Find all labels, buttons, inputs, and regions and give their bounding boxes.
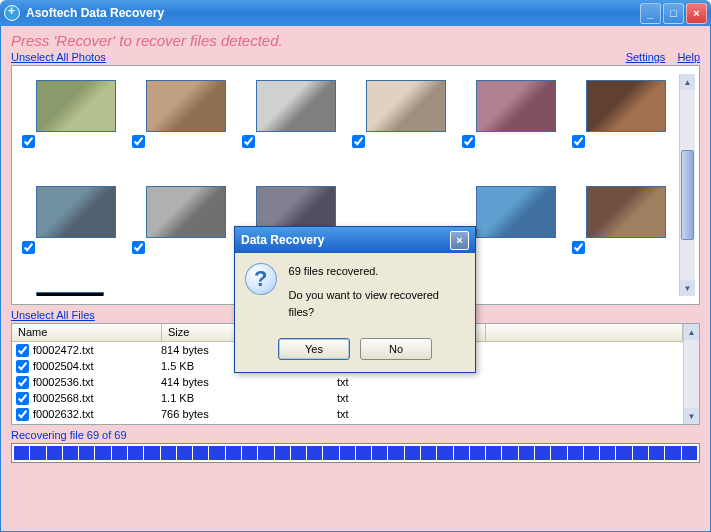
progress-segment (340, 446, 355, 460)
dialog-close-button[interactable]: × (450, 231, 469, 250)
scroll-down-icon[interactable]: ▼ (680, 280, 695, 296)
photo-item[interactable] (130, 180, 234, 280)
settings-link[interactable]: Settings (626, 51, 666, 63)
file-checkbox[interactable] (16, 408, 29, 421)
file-checkbox[interactable] (16, 392, 29, 405)
progress-segment (616, 446, 631, 460)
file-row[interactable]: f0002632.txt766 bytestxt (12, 406, 683, 422)
unselect-photos-link[interactable]: Unselect All Photos (11, 51, 106, 63)
file-checkbox[interactable] (16, 376, 29, 389)
yes-button[interactable]: Yes (278, 338, 350, 360)
scroll-up-icon[interactable]: ▲ (680, 74, 695, 90)
photo-item[interactable] (350, 74, 454, 174)
file-row[interactable]: f0002568.txt1.1 KBtxt (12, 390, 683, 406)
no-button[interactable]: No (360, 338, 432, 360)
progress-segment (242, 446, 257, 460)
photo-item[interactable] (570, 74, 674, 174)
scroll-down-icon[interactable]: ▼ (684, 408, 699, 424)
progress-segment (437, 446, 452, 460)
progress-segment (95, 446, 110, 460)
close-button[interactable]: × (686, 3, 707, 24)
photo-checkbox[interactable] (22, 241, 35, 254)
progress-segment (356, 446, 371, 460)
photo-checkbox[interactable] (22, 135, 35, 148)
photo-item[interactable] (130, 74, 234, 174)
minimize-button[interactable]: _ (640, 3, 661, 24)
progress-segment (291, 446, 306, 460)
dialog-title: Data Recovery (241, 233, 450, 247)
photo-thumbnail (476, 186, 556, 238)
progress-segment (568, 446, 583, 460)
photo-checkbox[interactable] (132, 135, 145, 148)
photo-item[interactable] (20, 74, 124, 174)
progress-segment (421, 446, 436, 460)
file-name: f0002536.txt (33, 376, 161, 388)
photo-thumbnail (146, 186, 226, 238)
photo-checkbox[interactable] (352, 135, 365, 148)
progress-segment (226, 446, 241, 460)
progress-segment (600, 446, 615, 460)
unselect-files-link[interactable]: Unselect All Files (11, 309, 95, 321)
photo-checkbox[interactable] (242, 135, 255, 148)
progress-segment (584, 446, 599, 460)
photo-thumbnail (586, 80, 666, 132)
photo-thumbnail (146, 80, 226, 132)
progress-segment (665, 446, 680, 460)
progress-segment (388, 446, 403, 460)
photo-thumbnail (586, 186, 666, 238)
photo-scrollbar[interactable]: ▲ ▼ (679, 74, 695, 296)
col-name[interactable]: Name (12, 324, 162, 341)
file-name: f0002568.txt (33, 392, 161, 404)
photo-thumbnail (36, 186, 116, 238)
col-blank (486, 324, 683, 341)
scroll-thumb[interactable] (681, 150, 694, 240)
progress-segment (551, 446, 566, 460)
status-text: Recovering file 69 of 69 (11, 429, 700, 441)
file-ext: txt (337, 408, 485, 420)
instruction-text: Press 'Recover' to recover files detecte… (11, 32, 700, 49)
file-name: f0002504.txt (33, 360, 161, 372)
scroll-up-icon[interactable]: ▲ (684, 324, 699, 340)
progress-segment (128, 446, 143, 460)
photo-item[interactable] (20, 180, 124, 280)
photo-checkbox[interactable] (462, 135, 475, 148)
progress-segment (30, 446, 45, 460)
progress-segment (161, 446, 176, 460)
dialog: Data Recovery × ? 69 files recovered. Do… (234, 226, 476, 373)
titlebar: Asoftech Data Recovery _ □ × (0, 0, 711, 26)
photo-checkbox[interactable] (132, 241, 145, 254)
file-row[interactable]: f0002536.txt414 bytestxt (12, 374, 683, 390)
photo-thumbnail (366, 80, 446, 132)
dialog-message: 69 files recovered. Do you want to view … (289, 263, 465, 322)
file-checkbox[interactable] (16, 344, 29, 357)
file-name: f0002472.txt (33, 344, 161, 356)
progress-segment (177, 446, 192, 460)
progress-bar (11, 443, 700, 463)
file-name: f0002632.txt (33, 408, 161, 420)
photo-item[interactable] (570, 180, 674, 280)
main-content: Press 'Recover' to recover files detecte… (0, 26, 711, 532)
photo-thumbnail (36, 292, 104, 296)
progress-segment (486, 446, 501, 460)
photo-item[interactable] (240, 74, 344, 174)
window-controls: _ □ × (640, 3, 707, 24)
progress-segment (470, 446, 485, 460)
window-title: Asoftech Data Recovery (26, 6, 640, 20)
file-ext: txt (337, 376, 485, 388)
progress-segment (372, 446, 387, 460)
file-ext: txt (337, 392, 485, 404)
file-checkbox[interactable] (16, 360, 29, 373)
dialog-line2: Do you want to view recovered files? (289, 287, 465, 322)
maximize-button[interactable]: □ (663, 3, 684, 24)
photo-item[interactable] (20, 286, 124, 296)
photo-checkbox[interactable] (572, 135, 585, 148)
file-size: 1.1 KB (161, 392, 337, 404)
progress-segment (535, 446, 550, 460)
photo-thumbnail (476, 80, 556, 132)
file-scrollbar[interactable]: ▲ ▼ (683, 324, 699, 424)
help-link[interactable]: Help (677, 51, 700, 63)
photo-checkbox[interactable] (572, 241, 585, 254)
progress-segment (405, 446, 420, 460)
photo-item[interactable] (460, 74, 564, 174)
progress-segment (682, 446, 697, 460)
